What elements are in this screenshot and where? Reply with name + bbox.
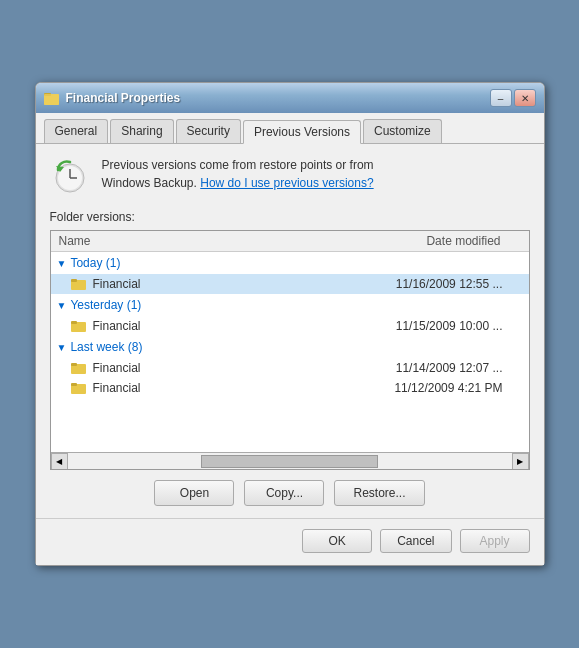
group-lastweek[interactable]: ▼ Last week (8) — [51, 336, 529, 358]
minimize-button[interactable]: – — [490, 89, 512, 107]
tab-security[interactable]: Security — [176, 119, 241, 143]
tabs-row: General Sharing Security Previous Versio… — [36, 113, 544, 144]
tab-previous-versions[interactable]: Previous Versions — [243, 120, 361, 144]
svg-rect-2 — [44, 94, 59, 105]
tab-content: Previous versions come from restore poin… — [36, 144, 544, 518]
action-buttons: Open Copy... Restore... — [50, 480, 530, 506]
list-item[interactable]: Financial 11/16/2009 12:55 ... — [51, 274, 529, 294]
svg-rect-11 — [71, 321, 77, 324]
restore-button[interactable]: Restore... — [334, 480, 424, 506]
item-date: 11/12/2009 4:21 PM — [383, 381, 523, 395]
tab-sharing[interactable]: Sharing — [110, 119, 173, 143]
copy-button[interactable]: Copy... — [244, 480, 324, 506]
item-name: Financial — [93, 277, 383, 291]
scroll-thumb[interactable] — [201, 455, 379, 468]
item-name: Financial — [93, 361, 383, 375]
properties-window: Financial Properties – ✕ General Sharing… — [35, 82, 545, 566]
col-date: Date modified — [381, 234, 521, 248]
group-label-lastweek: Last week (8) — [70, 340, 142, 354]
help-link[interactable]: How do I use previous versions? — [200, 176, 373, 190]
folder-icon-small — [71, 381, 87, 395]
item-name: Financial — [93, 381, 383, 395]
folder-icon-small — [71, 361, 87, 375]
list-item[interactable]: Financial 11/12/2009 4:21 PM — [51, 378, 529, 398]
bottom-buttons: OK Cancel Apply — [36, 518, 544, 565]
list-item[interactable]: Financial 11/15/2009 10:00 ... — [51, 316, 529, 336]
group-arrow-lastweek: ▼ — [57, 342, 67, 353]
col-name: Name — [59, 234, 381, 248]
restore-icon — [50, 156, 90, 196]
scroll-left-button[interactable]: ◀ — [51, 453, 68, 470]
open-button[interactable]: Open — [154, 480, 234, 506]
svg-rect-13 — [71, 363, 77, 366]
apply-button[interactable]: Apply — [460, 529, 530, 553]
group-yesterday[interactable]: ▼ Yesterday (1) — [51, 294, 529, 316]
svg-rect-9 — [71, 279, 77, 282]
window-title: Financial Properties — [66, 91, 181, 105]
close-button[interactable]: ✕ — [514, 89, 536, 107]
group-today[interactable]: ▼ Today (1) — [51, 252, 529, 274]
title-bar: Financial Properties – ✕ — [36, 83, 544, 113]
ok-button[interactable]: OK — [302, 529, 372, 553]
info-row: Previous versions come from restore poin… — [50, 156, 530, 196]
scroll-right-button[interactable]: ▶ — [512, 453, 529, 470]
item-name: Financial — [93, 319, 383, 333]
item-date: 11/15/2009 10:00 ... — [383, 319, 523, 333]
item-date: 11/16/2009 12:55 ... — [383, 277, 523, 291]
tab-general[interactable]: General — [44, 119, 109, 143]
group-arrow-yesterday: ▼ — [57, 300, 67, 311]
info-text-line1: Previous versions come from restore poin… — [102, 158, 374, 172]
group-label-today: Today (1) — [70, 256, 120, 270]
svg-rect-15 — [71, 383, 77, 386]
folder-icon-small — [71, 319, 87, 333]
item-date: 11/14/2009 12:07 ... — [383, 361, 523, 375]
horizontal-scrollbar[interactable]: ◀ ▶ — [51, 452, 529, 469]
folder-icon-small — [71, 277, 87, 291]
title-bar-left: Financial Properties — [44, 90, 181, 106]
list-body[interactable]: ▼ Today (1) Financial 11/16/2009 12:55 .… — [51, 252, 529, 452]
cancel-button[interactable]: Cancel — [380, 529, 451, 553]
scroll-track — [68, 453, 512, 470]
group-arrow-today: ▼ — [57, 258, 67, 269]
section-label: Folder versions: — [50, 210, 530, 224]
folder-icon — [44, 90, 60, 106]
info-text: Previous versions come from restore poin… — [102, 156, 374, 192]
versions-list: Name Date modified ▼ Today (1) Financial… — [50, 230, 530, 470]
title-buttons: – ✕ — [490, 89, 536, 107]
tab-customize[interactable]: Customize — [363, 119, 442, 143]
info-text-line2: Windows Backup. — [102, 176, 197, 190]
list-item[interactable]: Financial 11/14/2009 12:07 ... — [51, 358, 529, 378]
list-header: Name Date modified — [51, 231, 529, 252]
group-label-yesterday: Yesterday (1) — [70, 298, 141, 312]
